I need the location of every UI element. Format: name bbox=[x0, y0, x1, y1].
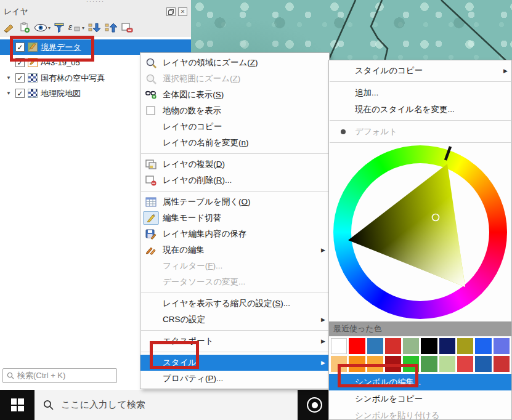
menu-icon-slot bbox=[143, 356, 159, 370]
filter-expression-button[interactable]: ε▾ bbox=[67, 22, 85, 34]
menu-item[interactable]: デフォルト bbox=[329, 123, 511, 140]
close-panel-button[interactable]: ✕ bbox=[178, 7, 187, 16]
color-swatch[interactable] bbox=[403, 338, 419, 354]
menu-item[interactable]: エクスポート▶ bbox=[140, 333, 329, 349]
menu-item[interactable]: レイヤを表示する縮尺の設定(S)... bbox=[140, 296, 329, 312]
expand-all-button[interactable] bbox=[87, 22, 102, 34]
color-swatch[interactable] bbox=[457, 356, 473, 372]
expander-icon[interactable]: ▼ bbox=[5, 91, 12, 96]
menu-item[interactable]: シンボルをコピー bbox=[329, 390, 511, 407]
layer-visibility-checkbox[interactable]: ✓ bbox=[15, 58, 25, 67]
color-swatch[interactable] bbox=[349, 338, 365, 354]
menu-item[interactable]: CRSの設定▶ bbox=[140, 312, 329, 328]
layer-name: 境界データ bbox=[41, 42, 81, 53]
menu-item[interactable]: レイヤ編集内容の保存 bbox=[140, 226, 329, 242]
color-swatch[interactable] bbox=[494, 356, 510, 372]
menu-icon-slot bbox=[143, 297, 159, 310]
menu-item[interactable]: レイヤの複製(D) bbox=[140, 156, 329, 172]
menu-item-label: スタイル bbox=[163, 357, 321, 368]
menu-icon-slot bbox=[335, 376, 351, 389]
remove-layer-button[interactable] bbox=[120, 22, 134, 34]
color-swatch[interactable] bbox=[421, 356, 437, 372]
menu-item[interactable]: 現在の編集▶ bbox=[140, 242, 329, 258]
menu-item-label: レイヤの領域にズーム(Z) bbox=[163, 57, 325, 68]
menu-item[interactable]: プロパティ(P)... bbox=[140, 371, 329, 387]
feature-count-checkbox-icon bbox=[143, 104, 159, 118]
menu-item[interactable]: スタイルのコピー▶ bbox=[329, 62, 511, 79]
menu-item[interactable]: データソースの変更... bbox=[140, 274, 329, 290]
menu-icon-slot bbox=[143, 259, 159, 273]
remove-layer-icon bbox=[143, 174, 159, 187]
chevron-down-icon: ▾ bbox=[82, 25, 84, 31]
menu-item-label: 選択範囲にズーム(Z) bbox=[163, 73, 325, 84]
menu-item-label: デフォルト bbox=[355, 126, 508, 137]
menu-item[interactable]: スタイル▶ bbox=[140, 355, 329, 371]
menu-item[interactable]: フィルター(F)... bbox=[140, 258, 329, 274]
color-swatch[interactable] bbox=[331, 356, 347, 372]
color-swatch[interactable] bbox=[457, 338, 473, 354]
color-swatch[interactable] bbox=[494, 338, 510, 354]
panel-drag-handle[interactable]: ······ bbox=[0, 0, 191, 5]
menu-item[interactable]: 地物の数を表示 bbox=[140, 103, 329, 119]
locator-search[interactable]: 検索(Ctrl + K) bbox=[2, 368, 117, 383]
menu-item-label: 属性テーブルを開く(O) bbox=[163, 196, 325, 208]
menu-separator bbox=[141, 191, 328, 192]
menu-item[interactable]: 現在のスタイル名を変更... bbox=[329, 101, 511, 118]
color-swatch[interactable] bbox=[367, 338, 383, 354]
color-swatch[interactable] bbox=[403, 356, 419, 372]
zoom-selection-icon bbox=[143, 72, 159, 86]
float-panel-button[interactable] bbox=[166, 7, 176, 16]
windows-logo-icon bbox=[11, 398, 24, 411]
color-swatch[interactable] bbox=[421, 338, 437, 354]
chevron-down-icon: ▾ bbox=[48, 25, 51, 31]
menu-item-label: CRSの設定 bbox=[163, 314, 321, 325]
menu-item[interactable]: 選択範囲にズーム(Z) bbox=[140, 71, 329, 87]
menu-item[interactable]: 追加... bbox=[329, 84, 511, 101]
filter-legend-button[interactable] bbox=[53, 22, 65, 34]
layer-name: 地理院地図 bbox=[41, 88, 81, 99]
menu-icon-slot bbox=[143, 372, 159, 386]
taskbar-search[interactable]: ここに入力して検索 bbox=[35, 390, 298, 420]
menu-item[interactable]: シンボルを貼り付ける bbox=[329, 407, 511, 420]
color-swatch[interactable] bbox=[439, 356, 455, 372]
menu-item[interactable]: レイヤのコピー bbox=[140, 119, 329, 135]
menu-item-label: 全体図に表示(S) bbox=[163, 89, 325, 100]
color-swatch[interactable] bbox=[475, 338, 491, 354]
menu-item[interactable]: レイヤの領域にズーム(Z) bbox=[140, 55, 329, 71]
menu-item[interactable]: レイヤの名前を変更(n) bbox=[140, 135, 329, 151]
color-swatch[interactable] bbox=[385, 356, 401, 372]
expander-icon[interactable]: ▼ bbox=[5, 75, 12, 81]
menu-item[interactable]: 全体図に表示(S) bbox=[140, 87, 329, 103]
menu-item[interactable]: 編集モード切替 bbox=[140, 210, 329, 226]
menu-item[interactable]: 属性テーブルを開く(O) bbox=[140, 194, 329, 210]
menu-item-label: レイヤのコピー bbox=[163, 121, 325, 132]
menu-item-label: 現在の編集 bbox=[163, 244, 321, 256]
color-swatch[interactable] bbox=[439, 338, 455, 354]
layer-context-menu: レイヤの領域にズーム(Z)選択範囲にズーム(Z)全体図に表示(S)地物の数を表示… bbox=[140, 52, 330, 389]
collapse-all-button[interactable] bbox=[104, 22, 118, 34]
manage-themes-button[interactable]: ▾ bbox=[33, 22, 51, 33]
color-swatch[interactable] bbox=[349, 356, 365, 372]
color-swatch[interactable] bbox=[367, 356, 383, 372]
color-swatch[interactable] bbox=[331, 338, 347, 354]
add-group-button[interactable] bbox=[18, 22, 31, 34]
color-wheel[interactable] bbox=[333, 145, 507, 319]
menu-icon-slot bbox=[335, 409, 351, 420]
menu-icon-slot bbox=[143, 275, 159, 289]
start-button[interactable] bbox=[0, 390, 35, 420]
color-swatch[interactable] bbox=[475, 356, 491, 372]
cortana-button[interactable] bbox=[307, 397, 322, 413]
menu-item-label: データソースの変更... bbox=[163, 277, 325, 288]
vector-editing-alt-layer-icon bbox=[28, 58, 38, 67]
menu-icon-slot bbox=[335, 392, 351, 406]
menu-item[interactable]: レイヤの削除(R)... bbox=[140, 172, 329, 188]
menu-separator bbox=[330, 142, 511, 143]
hue-tick[interactable] bbox=[445, 147, 450, 160]
styling-panel-button[interactable] bbox=[2, 22, 16, 34]
pencil-icon bbox=[29, 57, 37, 67]
layer-visibility-checkbox[interactable]: ✓ bbox=[15, 73, 25, 83]
color-swatch[interactable] bbox=[385, 338, 401, 354]
layer-visibility-checkbox[interactable]: ✓ bbox=[15, 89, 25, 98]
layer-visibility-checkbox[interactable]: ✓ bbox=[15, 42, 25, 52]
menu-item[interactable]: シンボルの編集... bbox=[329, 374, 511, 390]
